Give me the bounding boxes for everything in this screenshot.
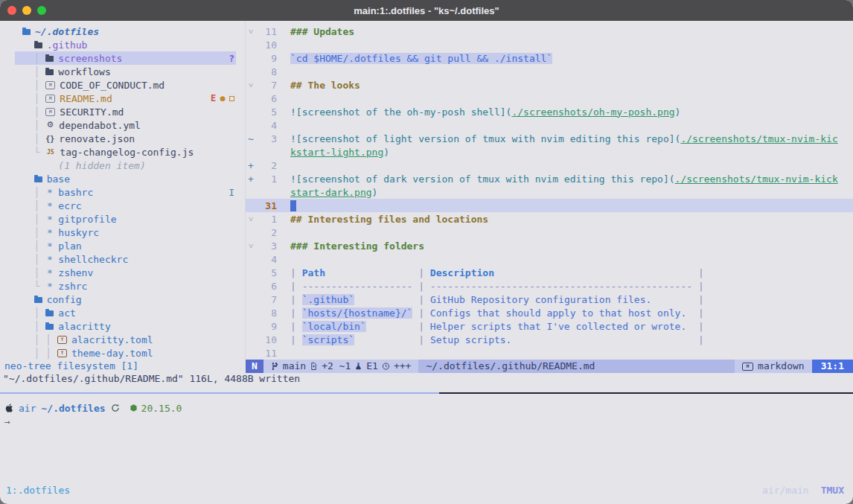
tree-guide: │	[22, 240, 45, 252]
tree-guide: │	[22, 93, 45, 104]
text-segment: |	[692, 294, 704, 305]
editor-line[interactable]: ~3![screenshot of light version of tmux …	[246, 132, 853, 145]
editor-line[interactable]: 6	[246, 92, 853, 105]
editor-line[interactable]: 4	[246, 252, 853, 266]
md-icon: M	[45, 95, 55, 103]
line-text	[277, 200, 296, 211]
tree-item-shellcheckrc[interactable]: │ *shellcheckrc	[15, 252, 236, 266]
editor-line[interactable]: 4	[246, 118, 853, 132]
close-button[interactable]	[7, 6, 16, 15]
tree-item-badges: E●	[211, 93, 236, 103]
tree-item--dotfiles[interactable]: ~/.dotfiles	[15, 25, 236, 38]
tree-item-zshrc[interactable]: └ *zshrc	[15, 279, 236, 293]
editor-line[interactable]: 9`cd $HOME/.dotfiles && git pull && ./in…	[246, 51, 853, 65]
tree-item-gitprofile[interactable]: │ *gitprofile	[15, 212, 236, 226]
minimize-button[interactable]	[22, 6, 31, 15]
tree-guide: │ │	[22, 334, 57, 345]
tree-item-alacritty-toml[interactable]: │ │ Talacritty.toml	[15, 333, 236, 346]
text-segment: Configs that should apply to that host o…	[430, 307, 686, 319]
editor-line[interactable]: +2	[246, 159, 853, 172]
tree-item-plan[interactable]: │ *plan	[15, 239, 236, 252]
tree-item-renovate-json[interactable]: │ {}renovate.json	[15, 132, 236, 145]
text-segment: |	[290, 321, 302, 332]
neotree-statusline: neo-tree filesystem [1]	[0, 360, 246, 373]
neotree-sidebar[interactable]: ~/.dotfiles .github │ screenshots? │ wor…	[0, 21, 246, 360]
editor-line[interactable]: 11	[246, 346, 853, 360]
text-segment	[325, 267, 412, 278]
line-number: 5	[256, 106, 277, 118]
tree-item-label: base	[47, 173, 70, 185]
star-icon: *	[45, 200, 54, 211]
tree-item-ecrc[interactable]: │ *ecrc	[15, 199, 236, 212]
editor-line[interactable]: ˅7## The looks	[246, 78, 853, 92]
editor-line[interactable]: ˅1## Interesting files and locations	[246, 212, 853, 226]
tree-item--github[interactable]: .github	[15, 38, 236, 51]
tree-item-code-of-conduct-md[interactable]: │ MCODE_OF_CONDUCT.md	[15, 78, 236, 92]
editor-line[interactable]: ˅3### Interesting folders	[246, 239, 853, 252]
folder-icon	[45, 310, 54, 316]
tree-guide: │	[22, 200, 45, 211]
nvim-pane-filler	[0, 386, 853, 392]
editor-line[interactable]: 8| `hosts/{hostname}/` | Configs that sh…	[246, 306, 853, 319]
tree-item-label: SECURITY.md	[60, 106, 124, 118]
editor-line[interactable]: ˅11### Updates	[246, 25, 853, 38]
folder-icon	[45, 56, 54, 62]
editor-line[interactable]: 8	[246, 65, 853, 78]
line-number: 2	[256, 160, 277, 171]
tree-item-act[interactable]: │ act	[15, 306, 236, 319]
tree-item-security-md[interactable]: │ MSECURITY.md	[15, 105, 236, 118]
text-segment: |	[692, 281, 704, 292]
tree-item-base[interactable]: base	[15, 172, 236, 185]
tree-item-workflows[interactable]: │ workflows	[15, 65, 236, 78]
star-icon: *	[45, 267, 54, 278]
editor-line[interactable]: 7| `.github` | GitHub Repository configu…	[246, 293, 853, 306]
text-segment: ./screenshots/tmux-nvim-kick	[675, 173, 838, 185]
tree-item-alacritty[interactable]: │ alacritty	[15, 319, 236, 333]
prompt-cwd: ~/.dotfiles	[41, 403, 105, 414]
star-icon: *	[45, 281, 54, 292]
editor-line[interactable]: 5| Path | Description |	[246, 266, 853, 279]
editor-line[interactable]: 10| `scripts` | Setup scripts. |	[246, 333, 853, 346]
shell-pane[interactable]: air ~/.dotfiles 20.15.0 →	[0, 394, 853, 483]
tree-item--1-hidden-item-[interactable]: (1 hidden item)	[15, 159, 236, 172]
folder-icon	[34, 297, 42, 303]
tree-item-zshenv[interactable]: │ *zshenv	[15, 266, 236, 279]
tree-item-bashrc[interactable]: │ *bashrcI	[15, 185, 236, 199]
tree-item-tag-changelog-config-js[interactable]: └ JStag-changelog-config.js	[15, 145, 236, 159]
editor-line[interactable]: 2	[246, 226, 853, 239]
tmux-window-label[interactable]: 1:.dotfiles	[6, 485, 70, 496]
tree-item-screenshots[interactable]: │ screenshots?	[15, 51, 236, 65]
zoom-button[interactable]	[37, 6, 46, 15]
tree-item-readme-md[interactable]: │ MREADME.mdE●	[15, 92, 236, 105]
editor-line[interactable]: 10	[246, 38, 853, 51]
tree-item-label: README.md	[60, 93, 112, 104]
md-icon: M	[45, 81, 55, 89]
tree-item-huskyrc[interactable]: │ *huskyrc	[15, 226, 236, 239]
editor-line[interactable]: 31	[246, 199, 853, 212]
tree-item-label: dependabot.yml	[59, 120, 141, 131]
tree-guide: │	[22, 120, 45, 131]
tree-item-dependabot-yml[interactable]: │ ⚙dependabot.yml	[15, 118, 236, 132]
tree-guide: │	[22, 227, 45, 238]
status-badge: ?	[229, 53, 234, 64]
editor-line[interactable]: 6| ------------------- | ---------------…	[246, 279, 853, 293]
tree-guide	[22, 39, 34, 51]
tmux-status-right: air/main TMUX	[762, 485, 844, 496]
tree-guide: └	[22, 147, 45, 158]
editor-pane[interactable]: ˅11### Updates109`cd $HOME/.dotfiles && …	[246, 21, 853, 360]
tree-item-label: zshrc	[58, 281, 87, 292]
tree-item-config[interactable]: config	[15, 293, 236, 306]
editor-line[interactable]: 5![screenshot of the oh-my-posh shell](.…	[246, 105, 853, 118]
editor-line[interactable]: 9| `local/bin` | Helper scripts that I'v…	[246, 319, 853, 333]
line-number: 4	[256, 120, 277, 131]
editor-line[interactable]: kstart-light.png)	[246, 145, 853, 159]
tree-guide: │	[22, 66, 45, 77]
line-text: | `local/bin` | Helper scripts that I've…	[277, 321, 704, 332]
editor-line[interactable]: start-dark.png)	[246, 185, 853, 199]
editor-line[interactable]: +1![screenshot of dark version of tmux w…	[246, 172, 853, 185]
tree-item-theme-day-toml[interactable]: │ │ Ttheme-day.toml	[15, 346, 236, 360]
tree-item-label: huskyrc	[58, 227, 99, 238]
line-text: `cd $HOME/.dotfiles && git pull && ./ins…	[277, 53, 552, 64]
line-text: ![screenshot of light version of tmux wi…	[277, 133, 838, 144]
line-number: 4	[256, 254, 277, 265]
